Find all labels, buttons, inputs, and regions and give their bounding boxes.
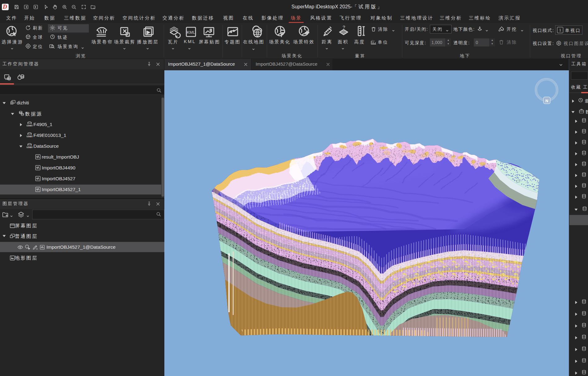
svg-text:UDBX: UDBX xyxy=(27,135,33,138)
svg-text:UDBX: UDBX xyxy=(27,125,33,127)
svg-text:KML: KML xyxy=(187,30,195,35)
svg-text:?: ? xyxy=(343,25,345,30)
svg-text:N: N xyxy=(545,98,548,103)
svg-text:UDBX: UDBX xyxy=(27,146,33,148)
